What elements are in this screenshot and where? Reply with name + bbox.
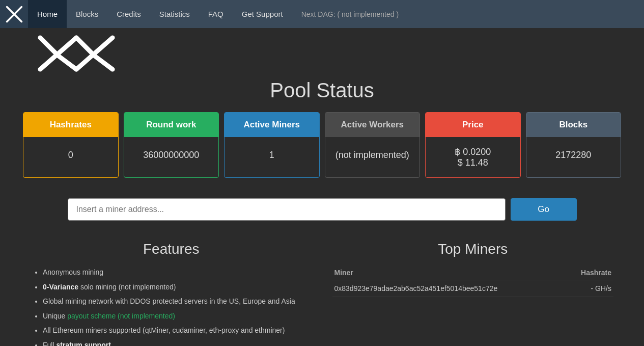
card-activeworkers: Active Workers (not implemented)	[325, 112, 421, 178]
miners-table-header-row: Miner Hashrate	[332, 265, 614, 280]
feature-item-2: 0-Variance solo mining (not implemented)	[43, 280, 312, 294]
card-price: Price ฿ 0.0200 $ 11.48	[425, 112, 521, 178]
miners-table-row: 0x83d923e79adae2ab6ac52a451ef5014bee51c7…	[332, 280, 614, 297]
card-hashrates-header: Hashrates	[23, 113, 118, 137]
feature-item-1: Anonymous mining	[43, 265, 312, 279]
card-roundwork: Round work 36000000000	[124, 112, 219, 178]
card-hashrates-value: 0	[68, 150, 73, 161]
card-activeminers-header: Active Miners	[225, 113, 319, 137]
card-activeminers-body: 1	[225, 137, 319, 173]
feature-bold-variance: 0-Variance	[43, 283, 78, 291]
svg-line-4	[40, 38, 59, 56]
nav-statistics[interactable]: Statistics	[150, 0, 199, 28]
miners-col-miner: Miner	[332, 265, 566, 280]
card-activeminers: Active Miners 1	[224, 112, 320, 178]
search-input[interactable]	[68, 198, 506, 221]
card-roundwork-body: 36000000000	[124, 137, 219, 173]
miners-col-hashrate: Hashrate	[565, 265, 613, 280]
logo-area	[0, 28, 644, 74]
svg-line-7	[76, 38, 95, 56]
go-button[interactable]: Go	[511, 198, 577, 221]
nav-credits[interactable]: Credits	[107, 0, 150, 28]
card-blocks-value: 2172280	[555, 150, 591, 161]
feature-item-4: Unique payout scheme (not implemented)	[43, 309, 312, 323]
miner-address: 0x83d923e79adae2ab6ac52a451ef5014bee51c7…	[332, 280, 566, 297]
nav-logo	[0, 0, 28, 28]
svg-line-5	[58, 56, 76, 69]
card-hashrates: Hashrates 0	[23, 112, 119, 178]
top-miners-section: Top Miners Miner Hashrate 0x83d923e79ada…	[332, 241, 614, 346]
svg-line-2	[14, 14, 21, 21]
card-activeworkers-body: (not implemented)	[325, 137, 420, 173]
features-title: Features	[31, 241, 312, 257]
card-price-header: Price	[426, 113, 520, 137]
card-activeminers-value: 1	[269, 150, 274, 161]
card-activeworkers-value: (not implemented)	[335, 150, 409, 161]
card-blocks: Blocks 2172280	[526, 112, 622, 178]
miners-table: Miner Hashrate 0x83d923e79adae2ab6ac52a4…	[332, 265, 614, 297]
card-price-btc: ฿ 0.0200	[455, 146, 491, 157]
nav-links: Home Blocks Credits Statistics FAQ Get S…	[28, 0, 408, 28]
features-list: Anonymous mining 0-Variance solo mining …	[31, 265, 312, 346]
pool-status-title: Pool Status	[20, 79, 624, 102]
feature-item-3: Global mining network with DDOS protecte…	[43, 295, 312, 308]
svg-line-1	[7, 7, 14, 14]
card-blocks-header: Blocks	[526, 113, 621, 137]
card-price-body: ฿ 0.0200 $ 11.48	[426, 137, 520, 177]
feature-item-5: All Ethereum miners supported (qtMiner, …	[43, 324, 312, 337]
card-roundwork-header: Round work	[124, 113, 219, 137]
nav-faq[interactable]: FAQ	[199, 0, 233, 28]
card-hashrates-body: 0	[23, 137, 118, 173]
bottom-section: Features Anonymous mining 0-Variance sol…	[0, 236, 644, 346]
pool-status-section: Pool Status Hashrates 0 Round work 36000…	[0, 74, 644, 193]
cards-row: Hashrates 0 Round work 36000000000 Activ…	[20, 112, 624, 178]
payout-scheme-link[interactable]: payout scheme (not implemented)	[67, 312, 175, 320]
card-price-usd: $ 11.48	[458, 157, 488, 168]
card-activeworkers-header: Active Workers	[325, 113, 420, 137]
features-section: Features Anonymous mining 0-Variance sol…	[31, 241, 312, 346]
nav-home[interactable]: Home	[28, 0, 67, 28]
logo-big	[31, 33, 122, 74]
nav-get-support[interactable]: Get Support	[233, 0, 292, 28]
search-section: Go	[0, 193, 644, 236]
top-miners-title: Top Miners	[332, 241, 614, 257]
feature-item-6: Full stratum support	[43, 338, 312, 346]
stratum-support-bold: stratum support	[56, 341, 110, 346]
miner-hashrate: - GH/s	[565, 280, 613, 297]
card-roundwork-value: 36000000000	[143, 150, 199, 161]
pickaxe-icon	[5, 5, 23, 23]
navbar: Home Blocks Credits Statistics FAQ Get S…	[0, 0, 644, 28]
nav-blocks[interactable]: Blocks	[67, 0, 107, 28]
nav-next-dag: Next DAG: ( not implemented )	[292, 0, 408, 28]
svg-line-8	[95, 56, 113, 69]
card-blocks-body: 2172280	[526, 137, 621, 173]
